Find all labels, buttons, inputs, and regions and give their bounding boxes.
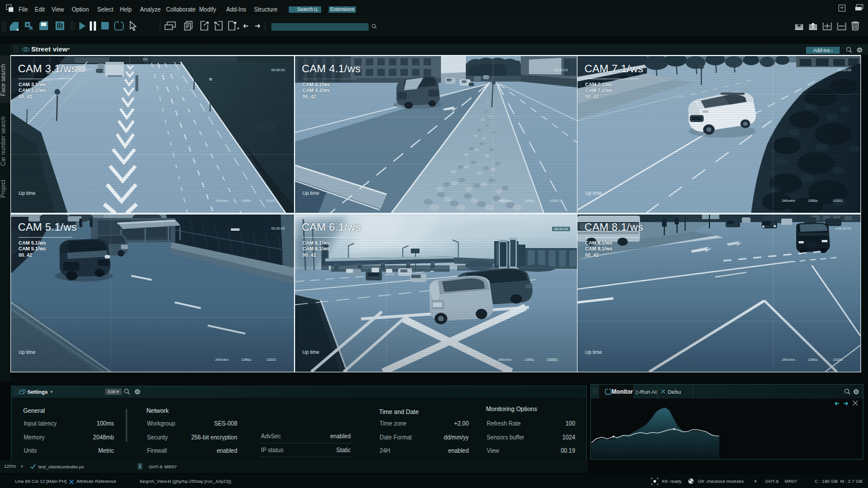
- svg-text:1: 1: [139, 464, 141, 468]
